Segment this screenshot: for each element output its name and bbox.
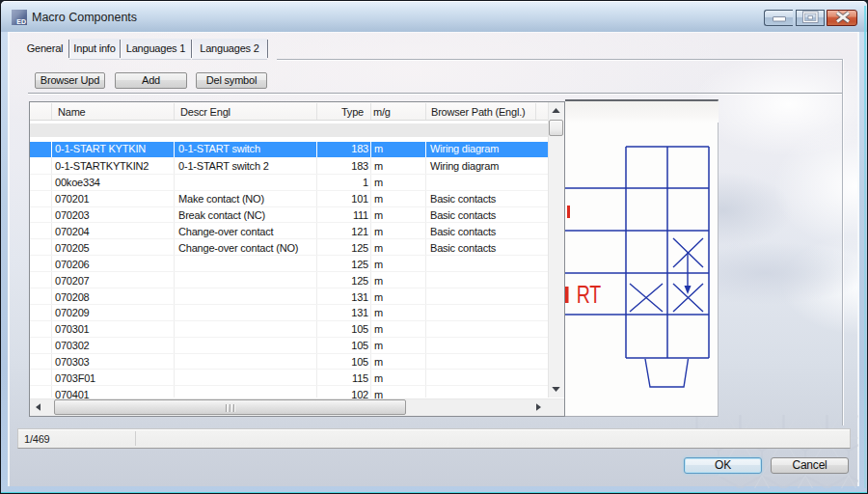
svg-text:RT: RT <box>577 280 601 308</box>
